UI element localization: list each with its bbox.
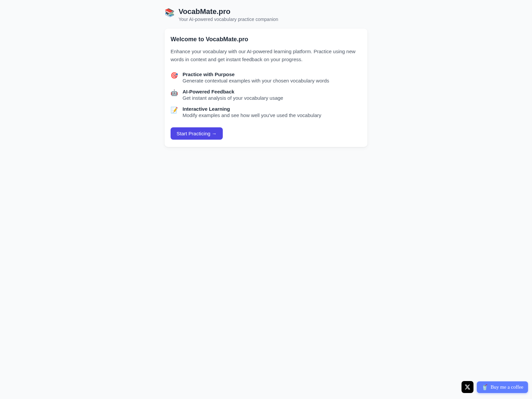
welcome-card: Welcome to VocabMate.pro Enhance your vo…	[165, 29, 367, 147]
features-list: 🎯 Practice with Purpose Generate context…	[171, 71, 361, 118]
app-subtitle: Your AI-powered vocabulary practice comp…	[179, 17, 278, 22]
welcome-title: Welcome to VocabMate.pro	[171, 36, 361, 43]
feature-item: 📝 Interactive Learning Modify examples a…	[171, 106, 361, 118]
x-social-button[interactable]	[462, 381, 473, 393]
header: 📚 VocabMate.pro Your AI-powered vocabula…	[165, 7, 367, 22]
feature-title: Practice with Purpose	[183, 71, 329, 77]
welcome-description: Enhance your vocabulary with our AI-powe…	[171, 48, 361, 64]
target-icon: 🎯	[171, 71, 178, 80]
header-text: VocabMate.pro Your AI-powered vocabulary…	[179, 7, 278, 22]
feature-description: Get instant analysis of your vocabulary …	[183, 95, 283, 101]
logo-icon: 📚	[165, 9, 175, 17]
coffee-cup-icon: 🥤	[481, 384, 488, 390]
coffee-label: Buy me a coffee	[491, 384, 523, 390]
feature-item: 🎯 Practice with Purpose Generate context…	[171, 71, 361, 83]
feature-description: Modify examples and see how well you've …	[183, 112, 321, 118]
feature-description: Generate contextual examples with your c…	[183, 78, 329, 83]
robot-icon: 🤖	[171, 89, 178, 97]
app-title: VocabMate.pro	[179, 7, 278, 16]
feature-title: AI-Powered Feedback	[183, 89, 283, 94]
floating-buttons: 🥤 Buy me a coffee	[462, 381, 528, 393]
x-icon	[465, 384, 470, 390]
memo-icon: 📝	[171, 106, 178, 114]
feature-item: 🤖 AI-Powered Feedback Get instant analys…	[171, 89, 361, 101]
main-container: 📚 VocabMate.pro Your AI-powered vocabula…	[165, 0, 367, 154]
feature-content: Interactive Learning Modify examples and…	[183, 106, 321, 118]
buy-coffee-button[interactable]: 🥤 Buy me a coffee	[477, 381, 528, 393]
feature-title: Interactive Learning	[183, 106, 321, 112]
start-practicing-button[interactable]: Start Practicing →	[171, 127, 223, 140]
feature-content: Practice with Purpose Generate contextua…	[183, 71, 329, 83]
feature-content: AI-Powered Feedback Get instant analysis…	[183, 89, 283, 101]
